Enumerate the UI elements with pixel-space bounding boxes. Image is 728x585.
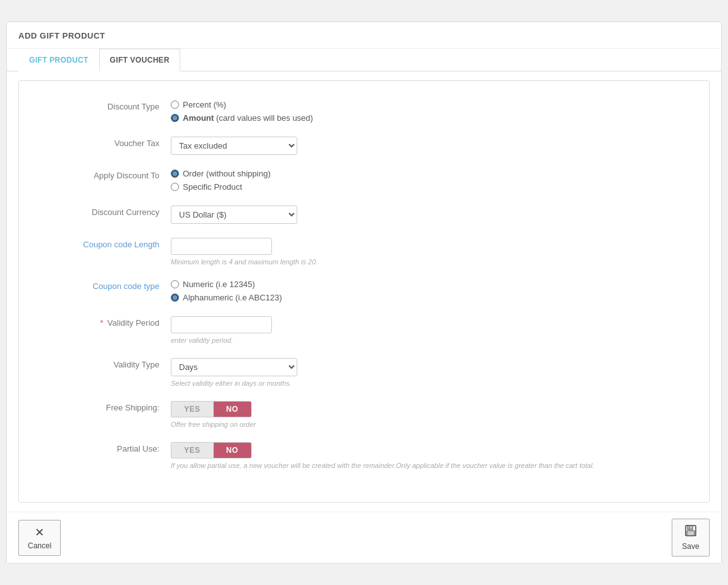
coupon-code-length-controls: Minimum length is 4 and maximum length i… [171,238,696,266]
coupon-code-type-label: Coupon code type [32,280,171,291]
coupon-type-alphanumeric-radio[interactable] [171,293,179,302]
validity-type-label: Validity Type [32,358,171,369]
free-shipping-hint: Offer free shipping on order [171,421,696,428]
voucher-tax-select[interactable]: Tax excluded Tax included [171,137,297,155]
voucher-tax-controls: Tax excluded Tax included [171,137,696,155]
coupon-code-length-hint: Minimum length is 4 and maximum length i… [171,258,696,266]
discount-type-percent-option[interactable]: Percent (%) [171,100,696,109]
free-shipping-no-button[interactable]: NO [213,401,252,417]
coupon-type-alphanumeric-option[interactable]: Alphanumeric (i.e ABC123) [171,293,696,302]
tabs-bar: GIFT PRODUCT GIFT VOUCHER [7,49,721,71]
apply-discount-row: Apply Discount To Order (without shippin… [32,169,696,192]
form-panel: Discount Type Percent (%) Amount (card v… [18,80,710,503]
save-label: Save [682,542,699,551]
tab-gift-voucher[interactable]: GIFT VOUCHER [99,49,180,71]
cancel-button[interactable]: ✕ Cancel [18,520,61,556]
discount-type-controls: Percent (%) Amount (card values will bes… [171,100,696,123]
cancel-icon: ✕ [35,526,44,539]
main-container: ADD GIFT PRODUCT GIFT PRODUCT GIFT VOUCH… [6,22,722,563]
discount-type-percent-radio[interactable] [171,101,179,109]
free-shipping-controls: YES NO Offer free shipping on order [171,401,696,428]
coupon-type-numeric-radio[interactable] [171,280,179,288]
free-shipping-row: Free Shipping: YES NO Offer free shippin… [32,401,696,428]
coupon-code-length-row: Coupon code Length Minimum length is 4 a… [32,238,696,266]
apply-discount-order-option[interactable]: Order (without shipping) [171,169,696,178]
discount-type-radio-group: Percent (%) Amount (card values will bes… [171,100,696,123]
coupon-type-numeric-option[interactable]: Numeric (i.e 12345) [171,280,696,289]
apply-discount-radio-group: Order (without shipping) Specific Produc… [171,169,696,192]
footer-bar: ✕ Cancel Save [7,512,721,563]
cancel-label: Cancel [28,541,51,550]
free-shipping-yes-button[interactable]: YES [171,401,213,417]
save-icon [684,524,697,540]
apply-discount-specific-option[interactable]: Specific Product [171,182,696,192]
amount-label: Amount (card values will bes used) [183,113,313,123]
svg-rect-3 [689,526,690,529]
coupon-code-type-row: Coupon code type Numeric (i.e 12345) Alp… [32,280,696,302]
discount-type-row: Discount Type Percent (%) Amount (card v… [32,100,696,123]
validity-period-label: * Validity Period [32,316,171,328]
required-asterisk: * [100,318,103,328]
partial-use-toggle: YES NO [171,442,696,459]
voucher-tax-label: Voucher Tax [32,137,171,148]
discount-type-amount-option[interactable]: Amount (card values will bes used) [171,113,696,123]
discount-currency-label: Discount Currency [32,206,171,217]
discount-type-amount-radio[interactable] [171,114,179,122]
discount-currency-row: Discount Currency US Dollar ($) Euro (€)… [32,206,696,224]
partial-use-yes-button[interactable]: YES [171,442,213,459]
coupon-code-type-controls: Numeric (i.e 12345) Alphanumeric (i.e AB… [171,280,696,302]
validity-type-controls: Days Months Select validity either in da… [171,358,696,387]
svg-rect-2 [687,531,694,536]
validity-period-controls: enter validity period. [171,316,696,344]
coupon-code-length-input[interactable] [171,238,272,255]
validity-type-row: Validity Type Days Months Select validit… [32,358,696,387]
validity-period-row: * Validity Period enter validity period. [32,316,696,344]
free-shipping-toggle: YES NO [171,401,696,417]
coupon-code-type-radio-group: Numeric (i.e 12345) Alphanumeric (i.e AB… [171,280,696,302]
partial-use-controls: YES NO If you allow partial use, a new v… [171,442,696,469]
voucher-tax-row: Voucher Tax Tax excluded Tax included [32,137,696,155]
coupon-code-length-label: Coupon code Length [32,238,171,249]
apply-discount-label: Apply Discount To [32,169,171,180]
validity-type-select[interactable]: Days Months [171,358,297,376]
apply-discount-order-radio[interactable] [171,169,179,178]
partial-use-row: Partial Use: YES NO If you allow partial… [32,442,696,469]
partial-use-hint: If you allow partial use, a new voucher … [171,462,696,469]
tab-gift-product[interactable]: GIFT PRODUCT [18,49,99,71]
discount-currency-select[interactable]: US Dollar ($) Euro (€) GBP (£) [171,206,297,224]
save-button[interactable]: Save [672,519,710,557]
validity-type-hint: Select validity either in days or months… [171,379,696,387]
validity-period-input[interactable] [171,316,272,333]
partial-use-label: Partial Use: [32,442,171,453]
discount-type-label: Discount Type [32,100,171,111]
apply-discount-specific-radio[interactable] [171,183,179,191]
discount-currency-controls: US Dollar ($) Euro (€) GBP (£) [171,206,696,224]
apply-discount-controls: Order (without shipping) Specific Produc… [171,169,696,192]
partial-use-no-button[interactable]: NO [213,442,252,459]
free-shipping-label: Free Shipping: [32,401,171,412]
page-title: ADD GIFT PRODUCT [7,22,721,49]
validity-period-hint: enter validity period. [171,336,696,344]
